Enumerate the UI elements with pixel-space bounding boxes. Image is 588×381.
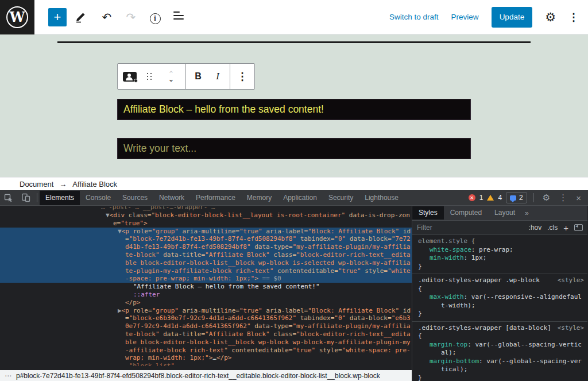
breadcrumb-arrow-icon: → (59, 180, 67, 188)
tools-pencil-icon[interactable] (75, 11, 91, 23)
css-declaration[interactable]: margin-bottom: var(--global--spacing-ver… (418, 357, 584, 374)
tab-memory[interactable]: Memory (241, 191, 277, 205)
toggle-sidebar-icon[interactable] (574, 224, 583, 231)
tab-computed[interactable]: Computed (444, 206, 488, 220)
redo-button[interactable]: ↷ (123, 10, 139, 24)
drag-handle-icon[interactable] (141, 66, 158, 87)
devtools-settings-icon[interactable]: ⚙ (540, 193, 552, 203)
css-selector: .editor-styles-wrapper .wp-block (418, 276, 553, 285)
issues-count: 2 (519, 194, 523, 202)
css-source-link[interactable]: <style> (553, 324, 584, 341)
css-declaration[interactable]: min-width: 1px; (418, 254, 584, 263)
error-icon: ✕ (469, 194, 475, 201)
styles-filter-input[interactable]: Filter (417, 224, 523, 232)
breadcrumb-document[interactable]: Document (20, 180, 53, 188)
undo-button[interactable]: ↶ (99, 10, 115, 24)
styles-sidebar: Styles Computed Layout » Filter :hov .cl… (412, 206, 587, 381)
editor-topbar: W + ↶ ↷ i Switch to draft Preview Update… (0, 0, 588, 34)
devtools-tabbar: Elements Console Sources Network Perform… (0, 190, 588, 206)
inspect-element-icon[interactable] (0, 193, 17, 202)
wordpress-w-icon: W (6, 6, 28, 28)
devtools-menu-icon[interactable]: ⋮ (556, 193, 570, 203)
dom-tree-line[interactable]: ▶<p role="group" aria-multiline="true" a… (0, 307, 412, 363)
wordpress-logo[interactable]: W (0, 0, 34, 34)
block-placeholder: Write your text... (123, 143, 196, 155)
dom-tree-line[interactable]: ::after (0, 291, 412, 299)
tab-elements[interactable]: Elements (40, 191, 80, 205)
affiliate-block-icon[interactable] (121, 66, 138, 87)
tab-application[interactable]: Application (277, 191, 323, 205)
tab-sources[interactable]: Sources (117, 191, 153, 205)
tab-performance[interactable]: Performance (190, 191, 241, 205)
block-mover[interactable]: ⌃ ⌄ (163, 66, 180, 87)
options-menu-icon[interactable]: ⋮ (568, 11, 579, 24)
switch-to-draft-link[interactable]: Switch to draft (389, 13, 439, 21)
italic-button[interactable]: I (209, 66, 226, 87)
dom-tree-line[interactable]: ⋯▼<p role="group" aria-multiline="true" … (0, 228, 412, 283)
css-rule[interactable]: .editor-styles-wrapper .wp-block<style>{… (412, 274, 587, 322)
editor-canvas: ⌃ ⌄ B I ⋮ Affiliate Block – hello from t… (0, 34, 588, 177)
warning-icon (487, 195, 494, 201)
tab-security[interactable]: Security (323, 191, 359, 205)
tab-lighthouse[interactable]: Lighthouse (359, 191, 404, 205)
update-button[interactable]: Update (492, 7, 533, 28)
toggle-classes-button[interactable]: .cls (547, 224, 558, 232)
css-declaration[interactable]: max-width: var(--responsive--aligndefaul… (418, 293, 584, 310)
affiliate-block-empty[interactable]: Write your text... (117, 138, 471, 159)
css-selector: .editor-styles-wrapper [data-block] { (418, 324, 553, 341)
affiliate-block-selected[interactable]: Affiliate Block – hello from the saved c… (117, 99, 471, 120)
dom-tree-line[interactable]: … -post- … __post-…-wrapper- … (0, 206, 412, 211)
tab-network[interactable]: Network (153, 191, 190, 205)
styles-rules: element.style {white-space: pre-wrap;min… (412, 235, 587, 381)
tab-styles[interactable]: Styles (412, 206, 444, 220)
warning-count[interactable]: 4 (498, 194, 502, 202)
issues-button[interactable]: 2 (506, 192, 527, 203)
editor-breadcrumb: Document → Affiliate Block (0, 177, 588, 190)
settings-gear-icon[interactable]: ⚙ (545, 10, 556, 24)
more-tabs-icon[interactable]: » (521, 209, 532, 217)
block-toolbar: ⌃ ⌄ B I ⋮ (117, 63, 255, 90)
elements-tree: … -post- … __post-…-wrapper- …▼<div clas… (0, 206, 412, 370)
bold-button[interactable]: B (189, 66, 207, 87)
devtools-panel: Elements Console Sources Network Perform… (0, 190, 588, 381)
breadcrumb-affiliate-block[interactable]: Affiliate Block (72, 180, 117, 188)
device-toolbar-icon[interactable] (17, 193, 34, 202)
statusbar-overflow-icon[interactable]: ⋯ (5, 372, 11, 380)
toggle-hover-state-button[interactable]: :hov (529, 224, 542, 232)
post-title-underline (57, 41, 531, 43)
issues-icon (510, 195, 516, 201)
selected-element-path[interactable]: p#block-7e72d41b-fe13-49bf-87f4-efd50829… (16, 372, 380, 380)
dom-tree-line[interactable]: …"block-list"… (0, 362, 412, 366)
block-text: Affiliate Block – hello from the saved c… (123, 103, 324, 116)
dom-tree-line[interactable]: </p> (0, 299, 412, 307)
move-down-icon[interactable]: ⌄ (168, 76, 175, 82)
tab-layout[interactable]: Layout (488, 206, 521, 220)
tab-console[interactable]: Console (80, 191, 117, 205)
css-source-link[interactable]: <style> (553, 276, 584, 285)
details-info-icon[interactable]: i (147, 10, 163, 24)
css-declaration[interactable]: white-space: pre-wrap; (418, 246, 584, 255)
devtools-close-icon[interactable]: × (574, 193, 583, 203)
preview-link[interactable]: Preview (451, 13, 479, 21)
css-rule[interactable]: element.style {white-space: pre-wrap;min… (412, 235, 587, 274)
devtools-statusbar: ⋯ p#block-7e72d41b-fe13-49bf-87f4-efd508… (0, 370, 412, 381)
new-style-rule-icon[interactable]: + (563, 223, 568, 233)
dom-tree-line[interactable]: "Affiliate Block – hello from the saved … (0, 283, 412, 291)
block-inserter-button[interactable]: + (48, 8, 67, 26)
dom-tree-line[interactable]: ▼<div class="block-editor-block-list__la… (0, 211, 412, 228)
error-count[interactable]: 1 (479, 194, 483, 202)
css-rule[interactable]: .editor-styles-wrapper [data-block] {<st… (412, 322, 587, 381)
css-selector: element.style { (418, 237, 584, 246)
block-options-icon[interactable]: ⋮ (234, 66, 251, 87)
list-view-icon[interactable] (171, 10, 187, 25)
css-declaration[interactable]: margin-top: var(--global--spacing-vertic… (418, 341, 584, 357)
